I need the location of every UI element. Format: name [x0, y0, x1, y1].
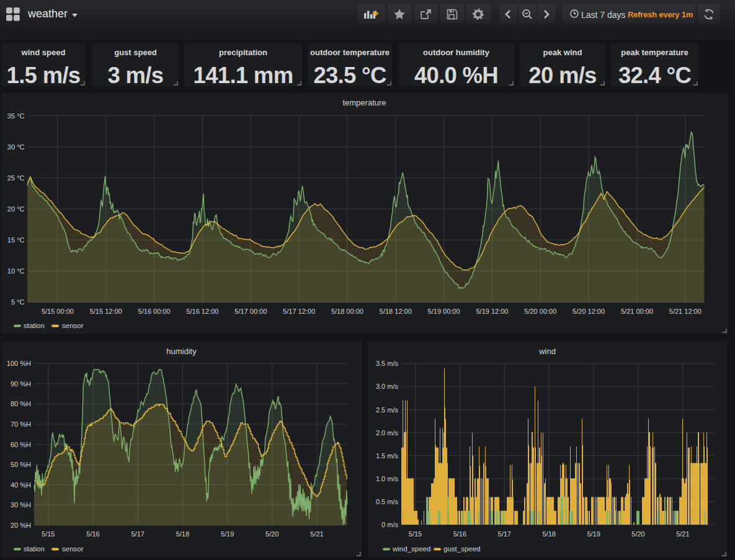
svg-text:5/18 00:00: 5/18 00:00 — [331, 308, 363, 315]
svg-text:5/17: 5/17 — [498, 530, 511, 538]
svg-text:5/15 00:00: 5/15 00:00 — [42, 308, 74, 315]
svg-text:90 %H: 90 %H — [11, 380, 31, 388]
svg-text:5/20: 5/20 — [631, 530, 644, 538]
svg-text:1.5 m/s: 1.5 m/s — [376, 452, 399, 460]
svg-text:5/18: 5/18 — [542, 530, 555, 538]
svg-text:5/21 12:00: 5/21 12:00 — [669, 308, 702, 315]
svg-text:60 %H: 60 %H — [11, 441, 31, 448]
svg-text:30 °C: 30 °C — [7, 143, 25, 151]
svg-text:80 %H: 80 %H — [11, 400, 31, 407]
svg-text:50 %H: 50 %H — [11, 461, 31, 468]
svg-text:30 %H: 30 %H — [11, 501, 31, 509]
svg-text:5/15 12:00: 5/15 12:00 — [90, 308, 122, 315]
svg-text:5/17: 5/17 — [131, 530, 144, 538]
svg-text:5/21: 5/21 — [310, 530, 323, 538]
svg-text:5/16 12:00: 5/16 12:00 — [186, 308, 218, 315]
svg-text:3.0 m/s: 3.0 m/s — [376, 383, 399, 390]
svg-text:20 %H: 20 %H — [11, 522, 31, 529]
svg-text:5/18 12:00: 5/18 12:00 — [380, 308, 412, 315]
svg-text:station: station — [24, 322, 45, 329]
svg-text:2.0 m/s: 2.0 m/s — [376, 429, 399, 437]
svg-text:5 °C: 5 °C — [11, 298, 25, 306]
svg-text:2.5 m/s: 2.5 m/s — [376, 406, 399, 414]
svg-text:wind_speed: wind_speed — [392, 545, 430, 553]
svg-text:5/19 12:00: 5/19 12:00 — [476, 308, 509, 315]
svg-text:10 °C: 10 °C — [7, 267, 25, 275]
svg-text:5/19 00:00: 5/19 00:00 — [428, 308, 460, 315]
svg-text:0.5 m/s: 0.5 m/s — [376, 498, 399, 505]
svg-text:5/20 00:00: 5/20 00:00 — [524, 308, 556, 315]
svg-text:0 m/s: 0 m/s — [381, 521, 398, 528]
svg-text:sensor: sensor — [62, 545, 84, 553]
svg-text:100 %H: 100 %H — [7, 360, 31, 367]
svg-text:station: station — [24, 545, 45, 553]
svg-text:5/17 12:00: 5/17 12:00 — [283, 308, 315, 315]
svg-text:sensor: sensor — [62, 322, 84, 329]
svg-text:5/15: 5/15 — [42, 530, 55, 538]
svg-text:5/21 00:00: 5/21 00:00 — [621, 308, 653, 315]
svg-text:35 °C: 35 °C — [7, 112, 25, 120]
svg-text:20 °C: 20 °C — [7, 205, 25, 213]
svg-text:5/20: 5/20 — [265, 530, 278, 538]
svg-text:1.0 m/s: 1.0 m/s — [376, 475, 399, 482]
svg-text:5/18: 5/18 — [176, 530, 189, 538]
svg-text:5/15: 5/15 — [409, 530, 422, 538]
svg-text:40 %H: 40 %H — [11, 481, 31, 489]
svg-text:5/16: 5/16 — [453, 530, 466, 538]
svg-text:5/17 00:00: 5/17 00:00 — [234, 308, 267, 315]
svg-text:70 %H: 70 %H — [11, 420, 31, 428]
svg-text:5/16: 5/16 — [86, 530, 99, 538]
svg-text:5/21: 5/21 — [676, 530, 689, 538]
svg-text:5/16 00:00: 5/16 00:00 — [138, 308, 171, 315]
svg-text:5/19: 5/19 — [587, 530, 600, 538]
svg-text:25 °C: 25 °C — [7, 174, 25, 182]
svg-text:gust_speed: gust_speed — [443, 545, 480, 553]
svg-text:5/19: 5/19 — [221, 530, 234, 538]
svg-text:3.5 m/s: 3.5 m/s — [376, 360, 399, 367]
svg-text:15 °C: 15 °C — [7, 236, 25, 244]
svg-text:5/20 12:00: 5/20 12:00 — [572, 308, 605, 315]
